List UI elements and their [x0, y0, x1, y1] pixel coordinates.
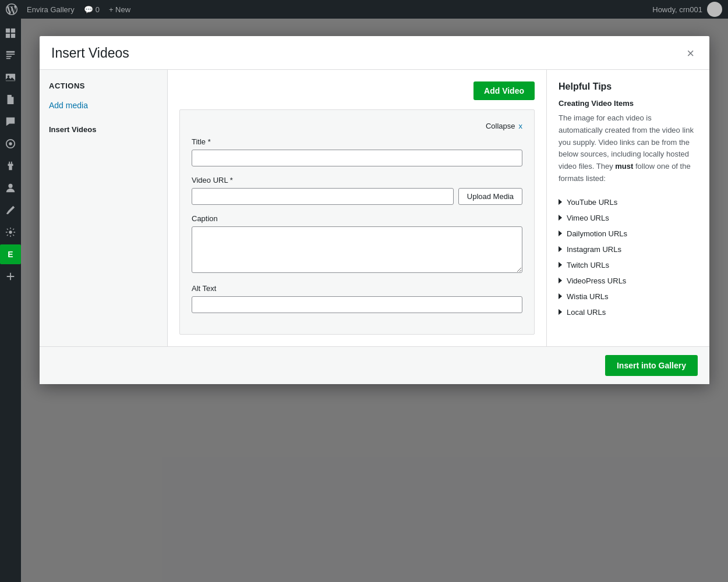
tips-title: Helpful Tips [559, 81, 698, 92]
sidebar-icon-envira[interactable]: E [0, 244, 21, 264]
modal-close-button[interactable]: × [683, 46, 698, 61]
pages-icon [5, 94, 16, 105]
title-field: Title * [192, 137, 522, 166]
sidebar: E [0, 19, 21, 582]
title-input[interactable] [192, 150, 522, 166]
url-arrow-icon [559, 278, 562, 283]
modal-header: Insert Videos × [40, 36, 709, 70]
sidebar-icon-dashboard[interactable] [0, 23, 21, 43]
url-item[interactable]: VideoPress URLs [559, 273, 698, 289]
modal-title: Insert Videos [51, 45, 129, 61]
comments-link[interactable]: 💬 0 [84, 5, 100, 14]
sidebar-icon-add[interactable] [0, 267, 21, 286]
sidebar-icon-settings[interactable] [0, 222, 21, 242]
url-items-list: YouTube URLsVimeo URLsDailymotion URLsIn… [559, 194, 698, 320]
video-form-section: Collapse x Title * [179, 109, 535, 335]
alt-text-field: Alt Text [192, 284, 522, 313]
url-item[interactable]: YouTube URLs [559, 194, 698, 210]
sidebar-icon-plugins[interactable] [0, 156, 21, 176]
plugins-icon [5, 161, 16, 171]
insert-videos-modal: Insert Videos × Actions Add media Insert… [40, 36, 709, 384]
url-item[interactable]: Local URLs [559, 304, 698, 320]
video-url-required: * [230, 176, 233, 184]
modal-footer: Insert into Gallery [40, 346, 709, 384]
admin-bar: Envira Gallery 💬 0 + New Howdy, crn001 [0, 0, 728, 19]
sidebar-icon-pages[interactable] [0, 90, 21, 109]
sidebar-icon-media[interactable] [0, 68, 21, 87]
actions-title: Actions [49, 81, 158, 90]
url-arrow-icon [559, 309, 562, 315]
url-arrow-icon [559, 246, 562, 252]
caption-textarea[interactable] [192, 226, 522, 273]
collapse-link[interactable]: x [519, 122, 523, 130]
settings-icon [5, 227, 16, 237]
admin-bar-left: Envira Gallery 💬 0 + New [6, 3, 130, 15]
url-arrow-icon [559, 215, 562, 221]
svg-point-8 [8, 184, 12, 188]
add-video-bar: Add Video [179, 81, 535, 100]
add-media-link[interactable]: Add media [49, 97, 158, 113]
svg-rect-3 [11, 34, 15, 38]
title-label: Title * [192, 137, 522, 146]
modal-body: Actions Add media Insert Videos Add Vide… [40, 70, 709, 346]
wp-logo-icon [6, 3, 17, 15]
video-url-input[interactable] [192, 188, 454, 205]
avatar [707, 2, 722, 17]
howdy-text: Howdy, crn001 [652, 5, 702, 14]
posts-icon [5, 50, 16, 61]
appearance-icon [5, 139, 16, 149]
alt-text-input[interactable] [192, 296, 522, 313]
url-item[interactable]: Instagram URLs [559, 242, 698, 257]
url-arrow-icon [559, 230, 562, 236]
tools-icon [5, 205, 16, 215]
media-icon [5, 72, 16, 83]
plus-icon [5, 271, 16, 282]
modal-overlay: Insert Videos × Actions Add media Insert… [21, 19, 728, 582]
title-required: * [208, 137, 211, 146]
main-content: Insert Videos × Actions Add media Insert… [21, 19, 728, 582]
new-content-link[interactable]: + New [109, 5, 130, 14]
url-item-label: Dailymotion URLs [567, 229, 627, 238]
comment-count: 0 [96, 5, 100, 14]
tips-subtitle: Creating Video Items [559, 99, 698, 108]
sidebar-icon-appearance[interactable] [0, 134, 21, 154]
svg-point-9 [9, 230, 12, 233]
url-item-label: Wistia URLs [567, 292, 609, 301]
new-label: + New [109, 5, 130, 14]
site-name-link[interactable]: Envira Gallery [27, 5, 75, 14]
url-item-label: Instagram URLs [567, 245, 621, 254]
svg-rect-2 [6, 34, 10, 38]
upload-media-button[interactable]: Upload Media [458, 188, 522, 205]
alt-text-label: Alt Text [192, 284, 522, 293]
url-item[interactable]: Dailymotion URLs [559, 226, 698, 242]
url-item-label: Twitch URLs [567, 261, 609, 269]
wp-logo-link[interactable] [6, 3, 17, 15]
envira-letter: E [8, 250, 13, 259]
insert-into-gallery-button[interactable]: Insert into Gallery [605, 355, 698, 376]
tips-description: The image for each video is automaticall… [559, 112, 698, 185]
dashboard-icon [5, 28, 16, 38]
users-icon [5, 183, 16, 193]
url-item[interactable]: Wistia URLs [559, 289, 698, 304]
svg-point-7 [9, 142, 12, 145]
url-arrow-icon [559, 199, 562, 205]
tips-panel: Helpful Tips Creating Video Items The im… [546, 70, 709, 346]
url-arrow-icon [559, 262, 562, 268]
sidebar-icon-tools[interactable] [0, 200, 21, 220]
comments-icon [5, 116, 16, 127]
insert-videos-label: Insert Videos [49, 125, 158, 134]
sidebar-icon-users[interactable] [0, 178, 21, 198]
admin-bar-right: Howdy, crn001 [652, 2, 722, 17]
sidebar-icon-comments[interactable] [0, 112, 21, 132]
svg-rect-0 [6, 29, 10, 33]
url-item-label: VideoPress URLs [567, 276, 626, 285]
collapse-label: Collapse [486, 122, 515, 130]
add-video-button[interactable]: Add Video [473, 81, 535, 100]
url-item-label: Vimeo URLs [567, 214, 609, 222]
url-item[interactable]: Vimeo URLs [559, 210, 698, 226]
sidebar-icon-posts[interactable] [0, 45, 21, 65]
url-item[interactable]: Twitch URLs [559, 257, 698, 273]
url-item-label: Local URLs [567, 308, 606, 317]
caption-field: Caption [192, 214, 522, 275]
url-arrow-icon [559, 293, 562, 299]
